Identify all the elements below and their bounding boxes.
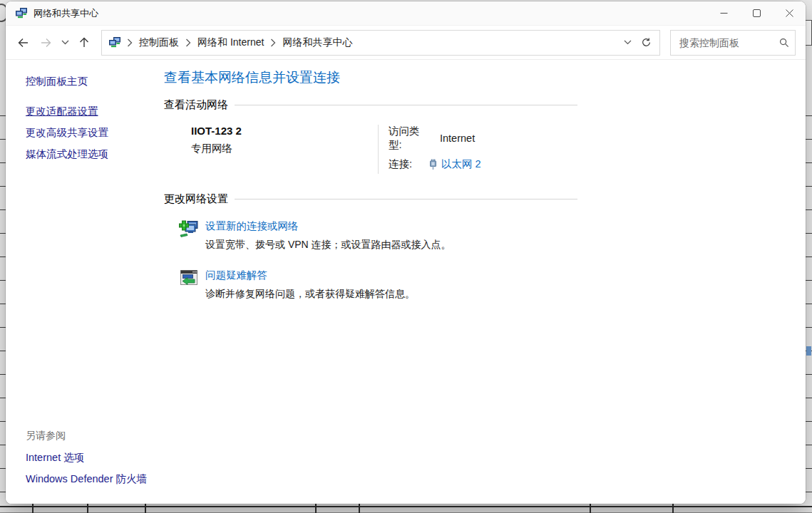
back-button[interactable] [13, 33, 33, 53]
breadcrumb-control-panel[interactable]: 控制面板 [136, 34, 182, 51]
network-app-icon [16, 8, 27, 19]
breadcrumb-network-internet[interactable]: 网络和 Internet [195, 34, 267, 51]
page-title: 查看基本网络信息并设置连接 [164, 68, 577, 87]
connection-ethernet-link[interactable]: 以太网 2 [441, 157, 481, 171]
sidebar: 控制面板主页 更改适配器设置 更改高级共享设置 媒体流式处理选项 另请参阅 In… [6, 60, 158, 504]
close-button[interactable] [773, 1, 806, 25]
see-also-section: 另请参阅 Internet 选项 Windows Defender 防火墙 [26, 430, 147, 494]
address-bar-actions [618, 33, 655, 52]
setup-new-connection-link[interactable]: 设置新的连接或网络 [205, 219, 451, 233]
chevron-right-icon [182, 36, 195, 49]
search-input[interactable] [678, 36, 779, 49]
maximize-button[interactable] [740, 1, 773, 25]
access-type-label: 访问类型: [389, 125, 428, 152]
address-bar[interactable]: 控制面板 网络和 Internet 网络和共享中心 [101, 30, 660, 56]
troubleshoot-icon [178, 267, 200, 289]
new-connection-icon [178, 218, 200, 239]
network-sharing-center-window: 网络和共享中心 [6, 1, 806, 504]
active-network-details: 访问类型: Internet 连接: [379, 125, 481, 177]
sidebar-item-change-adapter-settings[interactable]: 更改适配器设置 [26, 105, 158, 118]
network-location-icon [109, 37, 120, 48]
troubleshoot-link[interactable]: 问题疑难解答 [205, 269, 415, 282]
search-icon[interactable] [779, 38, 789, 48]
sidebar-item-control-panel-home[interactable]: 控制面板主页 [26, 75, 158, 88]
window-body: 控制面板主页 更改适配器设置 更改高级共享设置 媒体流式处理选项 另请参阅 In… [6, 60, 806, 504]
chevron-right-icon [123, 36, 136, 49]
titlebar: 网络和共享中心 [6, 1, 806, 26]
search-box [670, 30, 796, 56]
active-networks-header: 查看活动网络 [164, 98, 228, 112]
see-also-header: 另请参阅 [26, 430, 147, 442]
background-grid-vline [672, 504, 674, 513]
network-profile: 专用网络 [191, 142, 378, 155]
chevron-right-icon [267, 36, 279, 49]
background-icon-fragment [806, 346, 811, 356]
background-grid-vline [590, 504, 591, 513]
task-text: 设置新的连接或网络 设置宽带、拨号或 VPN 连接；或设置路由器或接入点。 [205, 217, 451, 252]
active-network-item: IIOT-123 2 专用网络 访问类型: Internet 连接: [164, 125, 577, 177]
sidebar-item-advanced-sharing-settings[interactable]: 更改高级共享设置 [26, 126, 158, 140]
breadcrumb-network-sharing-center[interactable]: 网络和共享中心 [279, 34, 355, 51]
address-dropdown-chevron-icon[interactable] [618, 33, 637, 52]
active-network-identity: IIOT-123 2 专用网络 [164, 125, 378, 177]
background-grid-vline [32, 504, 34, 513]
refresh-icon[interactable] [637, 33, 655, 52]
access-type-value: Internet [440, 133, 475, 144]
background-grid-vline [145, 504, 146, 513]
active-networks-header-row: 查看活动网络 [164, 98, 577, 112]
recent-pages-dropdown[interactable] [58, 33, 71, 53]
task-troubleshoot: 问题疑难解答 诊断并修复网络问题，或者获得疑难解答信息。 [178, 266, 577, 301]
change-settings-header: 更改网络设置 [164, 192, 228, 206]
ethernet-plug-icon [428, 158, 438, 170]
change-settings-section: 更改网络设置 [164, 192, 577, 301]
window-controls [707, 1, 806, 25]
divider [235, 105, 577, 105]
see-also-internet-options[interactable]: Internet 选项 [26, 451, 147, 465]
network-name: IIOT-123 2 [191, 125, 378, 137]
minimize-button[interactable] [707, 1, 740, 25]
task-setup-new-connection: 设置新的连接或网络 设置宽带、拨号或 VPN 连接；或设置路由器或接入点。 [178, 217, 577, 252]
background-grid-vline [359, 504, 360, 513]
troubleshoot-description: 诊断并修复网络问题，或者获得疑难解答信息。 [205, 288, 415, 301]
see-also-windows-defender-firewall[interactable]: Windows Defender 防火墙 [26, 472, 147, 486]
task-text: 问题疑难解答 诊断并修复网络问题，或者获得疑难解答信息。 [205, 266, 415, 301]
connections-label: 连接: [389, 157, 428, 171]
window-title: 网络和共享中心 [34, 7, 98, 20]
main-pane: 查看基本网络信息并设置连接 查看活动网络 IIOT-123 2 专用网络 访问类… [158, 60, 806, 504]
navigation-bar: 控制面板 网络和 Internet 网络和共享中心 [6, 26, 806, 60]
sidebar-item-media-streaming-options[interactable]: 媒体流式处理选项 [26, 147, 158, 161]
setup-new-connection-description: 设置宽带、拨号或 VPN 连接；或设置路由器或接入点。 [205, 239, 451, 252]
forward-button[interactable] [36, 33, 56, 53]
divider [235, 199, 577, 200]
change-settings-header-row: 更改网络设置 [164, 192, 577, 206]
background-grid-vline [315, 504, 317, 513]
up-button[interactable] [74, 33, 94, 53]
background-grid-vline [87, 504, 88, 513]
